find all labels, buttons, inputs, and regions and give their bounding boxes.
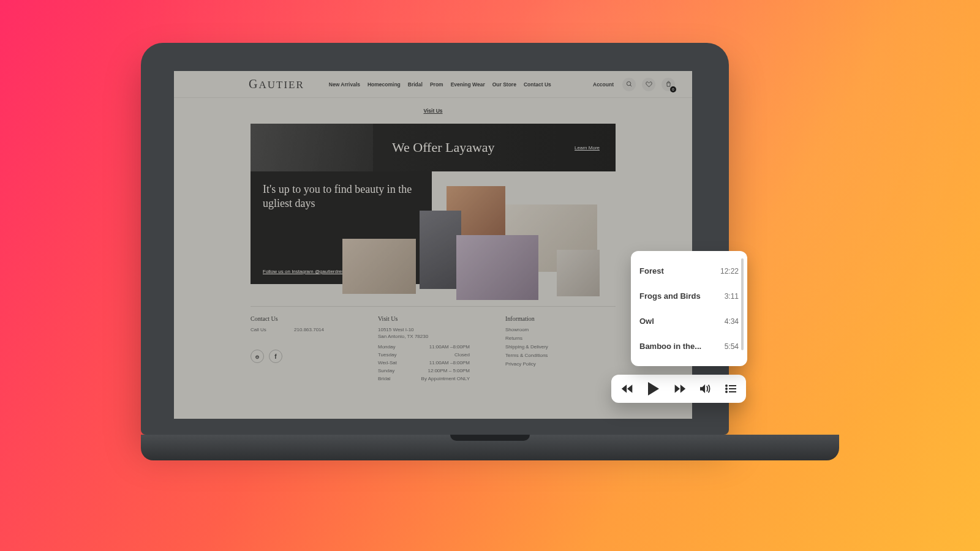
call-us-label: Call Us	[251, 327, 266, 332]
instagram-follow-link[interactable]: Follow us on Instagram @gautierdresses	[263, 269, 352, 274]
player-controls	[611, 375, 746, 403]
hours-row: Sunday12:00PM – 5:00PM	[378, 368, 470, 373]
nav-link[interactable]: Our Store	[492, 81, 516, 88]
track-row[interactable]: Owl4:34	[639, 309, 739, 334]
hours-row: TuesdayClosed	[378, 352, 470, 358]
play-button[interactable]	[647, 382, 660, 395]
nav-link[interactable]: Evening Wear	[451, 81, 485, 88]
svg-point-0	[627, 81, 630, 85]
nav-link[interactable]: Homecoming	[368, 81, 401, 88]
svg-point-6	[726, 391, 727, 392]
collage-photo	[456, 235, 538, 300]
volume-icon[interactable]	[700, 384, 711, 394]
queue-icon[interactable]	[725, 384, 736, 393]
track-row[interactable]: Frogs and Birds3:11	[639, 283, 739, 309]
footer-visit-title: Visit Us	[378, 315, 500, 322]
bag-count-badge: 0	[670, 86, 676, 92]
layaway-banner: We Offer Layaway Learn More	[251, 124, 616, 171]
wishlist-icon[interactable]	[642, 78, 655, 91]
quote-text: It's up to you to find beauty in the ugl…	[263, 182, 420, 210]
footer-link[interactable]: Terms & Conditions	[505, 353, 616, 358]
main-nav: New ArrivalsHomecomingBridalPromEvening …	[329, 81, 551, 88]
bag-icon[interactable]: 0	[662, 78, 675, 91]
footer-contact-title: Contact Us	[251, 315, 373, 322]
footer-link[interactable]: Privacy Policy	[505, 361, 616, 367]
playlist-panel: Forest12:22Frogs and Birds3:11Owl4:34Bam…	[631, 251, 747, 366]
svg-point-4	[726, 388, 727, 389]
track-row[interactable]: Bamboo in the...5:54	[639, 334, 739, 359]
visit-us-link[interactable]: Visit Us	[423, 108, 442, 114]
nav-link[interactable]: Bridal	[408, 81, 423, 88]
footer-link[interactable]: Returns	[505, 335, 616, 341]
website-screen: GGAUTIERAUTIER New ArrivalsHomecomingBri…	[174, 71, 692, 419]
music-player-widget: Forest12:22Frogs and Birds3:11Owl4:34Bam…	[631, 251, 747, 403]
footer-link[interactable]: Shipping & Delivery	[505, 344, 616, 350]
nav-link[interactable]: Contact Us	[524, 81, 551, 88]
forward-button[interactable]	[674, 384, 686, 394]
address-line: San Antonio, TX 78230	[378, 334, 500, 339]
facebook-icon[interactable]: f	[269, 350, 282, 363]
track-row[interactable]: Forest12:22	[639, 258, 739, 283]
instagram-icon[interactable]: ⌾	[251, 350, 264, 363]
collage-photo	[420, 211, 461, 289]
nav-link[interactable]: Prom	[430, 81, 443, 88]
account-link[interactable]: Account	[593, 81, 614, 88]
footer-link[interactable]: Showroom	[505, 327, 616, 332]
footer-info-title: Information	[505, 315, 616, 322]
footer: Contact Us Call Us 210.863.7014 ⌾ f Visi…	[251, 306, 616, 384]
topbar: GGAUTIERAUTIER New ArrivalsHomecomingBri…	[174, 71, 692, 98]
photo-collage: It's up to you to find beauty in the ugl…	[251, 171, 616, 300]
brand-logo[interactable]: GGAUTIERAUTIER	[249, 77, 304, 91]
hours-row: Wed-Sat11:00AM –8:00PM	[378, 360, 470, 365]
rewind-button[interactable]	[621, 384, 633, 394]
nav-link[interactable]: New Arrivals	[329, 81, 360, 88]
svg-line-1	[630, 85, 631, 86]
learn-more-link[interactable]: Learn More	[575, 145, 600, 151]
address-line: 10515 West I-10	[378, 327, 500, 332]
search-icon[interactable]	[622, 78, 636, 91]
banner-headline: We Offer Layaway	[392, 140, 495, 156]
collage-photo	[557, 250, 600, 296]
collage-photo	[342, 239, 416, 294]
phone-number[interactable]: 210.863.7014	[294, 327, 324, 332]
svg-point-2	[726, 385, 727, 386]
laptop-base	[141, 435, 839, 460]
hours-row: BridalBy Appointment ONLY	[378, 376, 470, 381]
hours-row: Monday11:00AM –8:00PM	[378, 344, 470, 350]
